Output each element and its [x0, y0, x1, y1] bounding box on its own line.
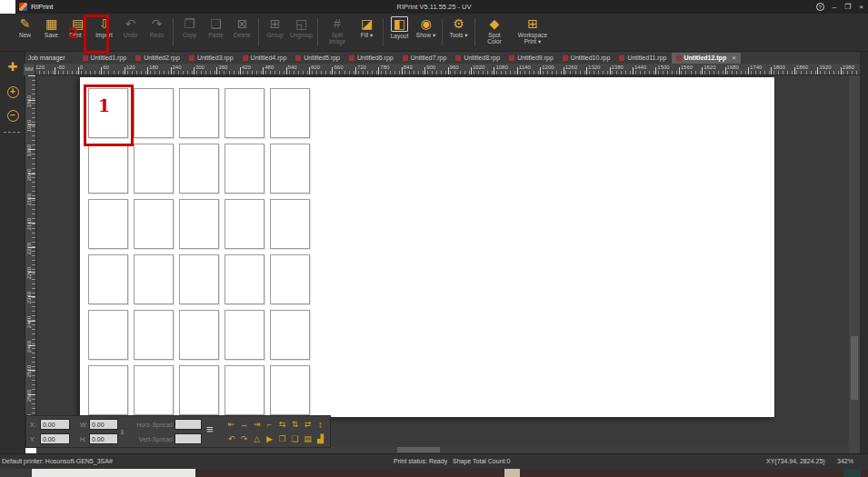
grid-shape-r6-c2[interactable] — [134, 365, 174, 415]
group-icon: ⊞ — [270, 16, 281, 31]
grid-shape-r1-c2[interactable] — [134, 88, 174, 138]
tab-untitled-7[interactable]: Untitled7.rpp — [398, 53, 452, 64]
link-wh-icon[interactable]: ∞ — [118, 430, 126, 435]
toolbar-new-button[interactable]: ✎New — [13, 14, 37, 51]
rotate-left-icon[interactable]: ↶ — [225, 433, 237, 445]
h-ruler-label: 1080 — [495, 65, 507, 70]
h-ruler-label: 1020 — [473, 65, 484, 70]
grid-shape-r4-c5[interactable] — [270, 254, 310, 304]
fit-height-icon[interactable]: ↨ — [314, 419, 326, 431]
grid-shape-r4-c3[interactable] — [179, 254, 219, 304]
toolbar-layout-button[interactable]: ◧Layout — [387, 14, 412, 51]
tab-untitled-2[interactable]: Untitled2.rpp — [131, 53, 185, 64]
zoom-in-icon[interactable]: + — [0, 82, 25, 98]
grid-shape-r3-c4[interactable] — [224, 199, 264, 249]
horz-spread-input[interactable] — [175, 419, 202, 430]
x-input[interactable] — [40, 419, 70, 430]
vert-spread-input[interactable] — [175, 433, 202, 444]
grid-shape-r1-c4[interactable] — [224, 88, 264, 138]
grid-shape-r6-c3[interactable] — [179, 365, 219, 415]
grid-shape-r6-c5[interactable] — [270, 365, 310, 415]
horizontal-ruler: -120-60060120180240300360420480540600660… — [25, 64, 868, 75]
distribute-horizontal-icon[interactable]: ⇆ — [276, 419, 288, 431]
left-tool-column: ✚ + − — [0, 52, 25, 453]
copy-label: Copy — [183, 32, 196, 38]
grid-shape-r6-c1[interactable] — [88, 365, 128, 415]
tab-untitled-8[interactable]: Untitled8.rpp — [451, 53, 504, 64]
grid-shape-r2-c1[interactable] — [88, 144, 128, 194]
fit-width-icon[interactable]: ⇄ — [302, 419, 314, 431]
align-corner-icon[interactable]: ⌐ — [264, 419, 275, 431]
minimize-icon[interactable]: – — [833, 2, 836, 13]
vert-spread-label: Vert-Spread — [129, 436, 173, 442]
annotation-box-import — [84, 15, 109, 54]
grid-shape-r5-c4[interactable] — [224, 310, 264, 360]
grid-shape-r2-c3[interactable] — [179, 144, 219, 194]
grid-shape-r2-c4[interactable] — [224, 144, 264, 194]
grid-shape-r1-c3[interactable] — [179, 88, 219, 138]
grid-shape-r4-c1[interactable] — [88, 254, 128, 304]
tab-untitled-5[interactable]: Untitled5.rpp — [291, 53, 344, 64]
h-ruler-label: 1260 — [565, 65, 577, 70]
zoom-out-icon[interactable]: − — [0, 105, 25, 122]
h-ruler-label: 660 — [334, 65, 343, 70]
w-input[interactable] — [89, 419, 118, 430]
tab-untitled-4[interactable]: Untitled4.rpp — [238, 53, 292, 64]
tab-untitled-12[interactable]: Untitled12.tpp× — [672, 53, 741, 64]
spread-list-icon[interactable]: ≡ — [206, 423, 214, 435]
arrange-grid-icon[interactable]: ▟ — [314, 433, 326, 445]
grid-shape-r5-c3[interactable] — [179, 310, 219, 360]
title-bar: RIPrint RIPrint V5.11.55.25 - UV ? – ❐ × — [0, 0, 868, 14]
toolbar-fill-button[interactable]: ◪Fill ▾ — [354, 14, 379, 51]
restore-icon[interactable]: ❐ — [844, 2, 851, 13]
grid-shape-r3-c3[interactable] — [179, 199, 219, 249]
flip-icon[interactable]: △ — [251, 433, 263, 445]
tab-untitled-9[interactable]: Untitled9.rpp — [504, 53, 558, 64]
tab-untitled-3[interactable]: Untitled3.rpp — [185, 53, 238, 64]
grid-shape-r3-c5[interactable] — [270, 199, 310, 249]
tab-untitled-1[interactable]: Untitled1.rpp — [78, 53, 132, 64]
grid-shape-r4-c4[interactable] — [224, 254, 264, 304]
align-right-icon[interactable]: ⇥ — [251, 419, 263, 431]
toolbar-spot-color-button[interactable]: ◆Spot Color — [479, 14, 510, 51]
align-left-icon[interactable]: ⇤ — [225, 419, 237, 431]
duplicate-object-icon[interactable]: ❏ — [289, 433, 301, 445]
grid-shape-r2-c2[interactable] — [134, 144, 174, 194]
help-icon[interactable]: ? — [816, 3, 824, 11]
y-input[interactable] — [40, 433, 70, 444]
toolbar-save-button[interactable]: ▦Save — [39, 14, 64, 51]
tab-untitled-11[interactable]: Untitled11.rpp — [614, 53, 671, 64]
save-arrangement-icon[interactable]: ▤ — [302, 433, 314, 445]
close-icon[interactable]: × — [859, 2, 863, 13]
ungroup-icon: ◱ — [295, 16, 307, 31]
horizontal-scrollbar-thumb[interactable] — [397, 447, 440, 452]
canvas-page[interactable] — [80, 77, 774, 417]
distribute-vertical-icon[interactable]: ⇅ — [289, 419, 301, 431]
grid-shape-r6-c4[interactable] — [224, 365, 264, 415]
grid-shape-r2-c5[interactable] — [270, 144, 310, 194]
align-center-horizontal-icon[interactable]: ↔ — [238, 419, 250, 431]
grid-shape-r5-c5[interactable] — [270, 310, 310, 360]
copy-object-icon[interactable]: ❐ — [276, 433, 288, 445]
toolbar-workspace-print-button[interactable]: ⊞Workspace Print ▾ — [512, 14, 554, 51]
tab-untitled-10[interactable]: Untitled10.rpp — [558, 53, 615, 64]
grid-shape-r1-c5[interactable] — [270, 88, 310, 138]
vertical-scrollbar[interactable] — [849, 75, 860, 446]
toolbar-tools-button[interactable]: ⚙Tools ▾ — [446, 14, 471, 51]
tab-untitled-6[interactable]: Untitled6.rpp — [344, 53, 398, 64]
grid-shape-r5-c1[interactable] — [88, 310, 128, 360]
h-ruler-tick — [586, 67, 587, 75]
vertical-scrollbar-thumb[interactable] — [851, 336, 858, 400]
grid-shape-r4-c2[interactable] — [134, 254, 174, 304]
h-input[interactable] — [89, 433, 118, 444]
grid-shape-r3-c1[interactable] — [88, 199, 128, 249]
grid-shape-r5-c2[interactable] — [134, 310, 174, 360]
move-tool-icon[interactable]: ✚ — [0, 60, 25, 74]
toolbar-show-button[interactable]: ◉Show ▾ — [414, 14, 438, 51]
grid-shape-r3-c2[interactable] — [134, 199, 174, 249]
tab-label: Untitled2.rpp — [144, 55, 180, 61]
tab-close-icon[interactable]: × — [732, 55, 736, 62]
rotate-right-icon[interactable]: ↷ — [238, 433, 250, 445]
h-ruler-label: 720 — [357, 65, 366, 70]
preview-icon[interactable]: ▶ — [264, 433, 275, 445]
